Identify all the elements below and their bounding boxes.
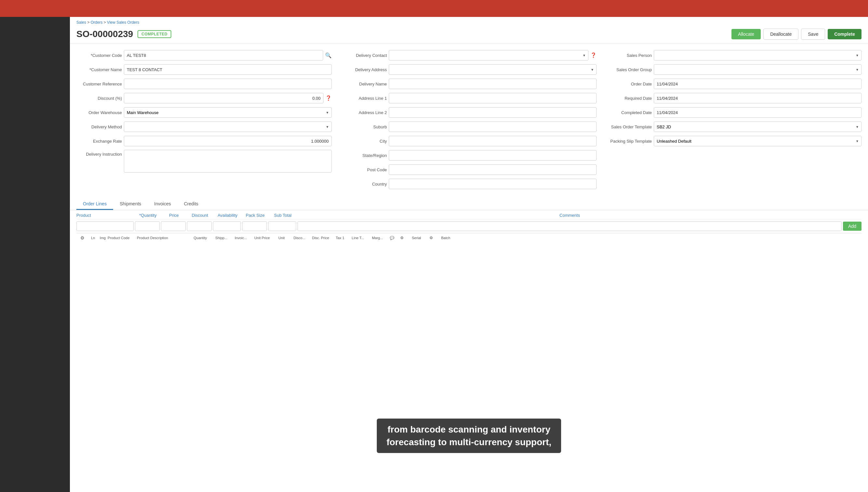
city-input[interactable] [389,136,597,146]
delivery-address-row: Delivery Address [341,64,597,75]
product-search-input[interactable] [76,221,134,231]
save-button[interactable]: Save [801,29,825,40]
col-unit: Unit [273,236,290,240]
state-label: State/Region [341,153,387,158]
sub-total-input[interactable] [268,221,296,231]
sales-order-group-row: Sales Order Group [606,64,862,75]
col-disco: Disco... [290,236,309,240]
settings-icon[interactable]: ⚙ [76,235,88,241]
col-header-price: Price [161,213,187,218]
discount-label: Discount (%) [76,96,122,101]
discount-input[interactable] [124,93,323,103]
help-icon-discount[interactable]: ❓ [326,95,332,101]
help-icon-delivery-contact[interactable]: ❓ [590,52,597,58]
exchange-rate-row: Exchange Rate [76,136,332,147]
required-date-input[interactable] [654,93,862,103]
suburb-input[interactable] [389,122,597,132]
sales-order-template-label: Sales Order Template [606,124,652,129]
customer-name-label: *Customer Name [76,67,122,72]
col-quantity: Quantity [189,236,212,240]
breadcrumb-sales[interactable]: Sales [76,20,86,25]
delivery-name-label: Delivery Name [341,81,387,87]
table-area: Product *Quantity Price Discount Availab… [70,210,868,242]
delivery-instruction-textarea[interactable] [124,150,332,173]
delivery-contact-select-wrapper [389,50,588,60]
discount-row: Discount (%) ❓ [76,93,332,104]
overlay-text: from barcode scanning and inventoryforec… [377,419,561,453]
price-input[interactable] [161,221,186,231]
form-col-middle: Delivery Contact ❓ Delivery Address [341,50,597,190]
complete-button[interactable]: Complete [828,29,862,39]
settings-icon-3[interactable]: ⚙ [426,236,436,240]
order-warehouse-select[interactable]: Main Warehouse [124,107,332,118]
tabs: Order Lines Shipments Invoices Credits [76,199,862,210]
page-header: SO-00000239 COMPLETED Allocate Deallocat… [70,26,868,44]
sales-person-select[interactable] [654,50,862,60]
address-line1-input[interactable] [389,93,597,103]
col-header-sub-total: Sub Total [268,213,297,218]
postcode-row: Post Code [341,164,597,175]
address-line2-label: Address Line 2 [341,110,387,115]
add-button[interactable]: Add [843,222,862,231]
state-input[interactable] [389,150,597,161]
breadcrumb-orders[interactable]: Orders [91,20,103,25]
quantity-input[interactable] [135,221,160,231]
delivery-method-select[interactable] [124,122,332,132]
order-warehouse-row: Order Warehouse Main Warehouse [76,107,332,118]
address-line2-input[interactable] [389,107,597,118]
tab-credits[interactable]: Credits [177,199,205,210]
discount-input-row[interactable] [187,221,212,231]
exchange-rate-input[interactable] [124,136,332,146]
sales-order-template-select[interactable]: SB2 JD [654,122,862,132]
allocate-button[interactable]: Allocate [731,29,761,39]
customer-reference-input[interactable] [124,79,332,89]
customer-reference-row: Customer Reference [76,78,332,89]
required-date-row: Required Date [606,93,862,104]
delivery-contact-select[interactable] [389,50,588,60]
sales-order-group-select[interactable] [654,64,862,75]
search-icon[interactable]: 🔍 [325,52,332,58]
tabs-area: Order Lines Shipments Invoices Credits [70,195,868,210]
country-label: Country [341,182,387,187]
tab-order-lines[interactable]: Order Lines [76,199,113,210]
top-bar [0,0,868,17]
customer-code-input[interactable] [124,50,323,60]
breadcrumb: Sales > Orders > View Sales Orders [70,17,868,26]
delivery-method-row: Delivery Method [76,121,332,132]
sales-person-label: Sales Person [606,53,652,58]
customer-name-row: *Customer Name [76,64,332,75]
breadcrumb-view-sales-orders[interactable]: View Sales Orders [107,20,139,25]
comments-input[interactable] [297,221,842,231]
delivery-address-select[interactable] [389,64,597,75]
sales-order-template-select-wrapper: SB2 JD [654,122,862,132]
col-shipp: Shipp... [212,236,231,240]
country-input[interactable] [389,179,597,189]
address-line1-row: Address Line 1 [341,93,597,104]
settings-icon-2[interactable]: ⚙ [397,236,407,240]
deallocate-button[interactable]: Deallocate [763,29,798,40]
delivery-contact-label: Delivery Contact [341,53,387,58]
col-tax1: Tax 1 [332,236,348,240]
col-invoic: Invoic... [231,236,251,240]
packing-slip-template-select[interactable]: Unleashed Default [654,136,862,146]
city-label: City [341,139,387,144]
form-col-right: Sales Person Sales Order Group [606,50,862,190]
address-line2-row: Address Line 2 [341,107,597,118]
col-product-description: Product Description [137,236,189,240]
customer-code-row: *Customer Code 🔍 [76,50,332,61]
pack-size-input[interactable] [242,221,267,231]
delivery-name-input[interactable] [389,79,597,89]
country-row: Country [341,178,597,190]
customer-name-input[interactable] [124,64,332,75]
order-date-input[interactable] [654,79,862,89]
completed-date-input[interactable] [654,107,862,118]
postcode-input[interactable] [389,165,597,175]
address-line1-label: Address Line 1 [341,96,387,101]
packing-slip-template-row: Packing Slip Template Unleashed Default [606,136,862,147]
delivery-address-label: Delivery Address [341,67,387,72]
tab-invoices[interactable]: Invoices [148,199,177,210]
tab-shipments[interactable]: Shipments [113,199,148,210]
availability-input[interactable] [213,221,241,231]
col-header-comments: Comments [297,213,842,218]
col-serial: Serial [407,236,426,240]
